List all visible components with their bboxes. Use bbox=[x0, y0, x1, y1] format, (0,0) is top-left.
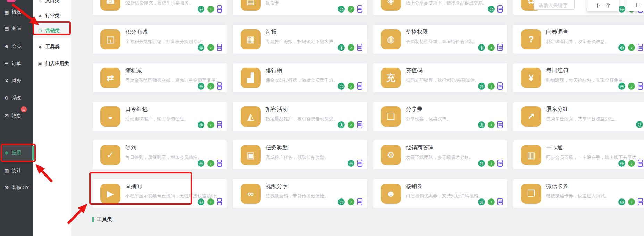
sidebar-item-overview[interactable]: ▦ 概况 bbox=[0, 5, 33, 20]
app-card[interactable]: ▦ 海报 专属推广海报，扫码锁定下级客户。 ◎♪WAP bbox=[233, 24, 367, 54]
platform-badges: ◎♪WAP bbox=[478, 121, 503, 128]
platform-badges: ◎♪WAP bbox=[478, 82, 503, 90]
submenu-item-0[interactable]: ⌂ 入口类 bbox=[33, 0, 71, 8]
short-video-badge: ♪ bbox=[348, 198, 354, 205]
platform-badges: ◎♪WAP bbox=[338, 44, 362, 51]
miniprogram-badge: ◎ bbox=[198, 198, 204, 205]
app-title: 直播间 bbox=[125, 183, 142, 190]
miniprogram-badge: ◎ bbox=[478, 198, 485, 205]
short-video-badge: ♪ bbox=[488, 160, 495, 167]
sidebar-item-apps-cubes[interactable]: ❖ 应用 bbox=[0, 145, 33, 161]
submenu-item-3[interactable]: ⬥ 工具类 bbox=[33, 40, 71, 54]
app-title: 每日红包 bbox=[546, 67, 568, 74]
wap-badge: WAP bbox=[638, 160, 643, 167]
app-card[interactable]: ◍ 价格权限 会员制特价商城，查看特价有限制。 ◎♪WAP bbox=[373, 24, 508, 54]
wap-badge: WAP bbox=[497, 44, 503, 51]
member-card-icon: ▥ bbox=[521, 145, 541, 165]
dealer-manage-icon: ⚙ bbox=[381, 145, 401, 165]
app-card[interactable]: ◈ 线上分享高使用率，链接商品促成交易。 ◎WAP bbox=[373, 0, 508, 15]
overview-icon: ▦ bbox=[4, 9, 9, 15]
miniprogram-badge: ◎ bbox=[618, 198, 625, 205]
submenu-item-label: 营销类 bbox=[45, 27, 60, 34]
platform-badges: ◎WAP bbox=[488, 5, 503, 13]
miniprogram-badge: ◎ bbox=[618, 160, 625, 167]
submenu-item-4[interactable]: ▣ 门店应用类 bbox=[33, 57, 71, 71]
find-next-button[interactable]: 下一个 bbox=[587, 0, 619, 11]
submenu-item-1[interactable]: ♣ 行业类 bbox=[33, 9, 71, 23]
miniprogram-badge: ◎ bbox=[488, 6, 495, 13]
wap-badge: WAP bbox=[638, 82, 643, 90]
password-redpacket-icon: ◒ bbox=[100, 106, 120, 127]
app-card[interactable]: ▤ 提货卡 ◎♪WAP bbox=[233, 0, 367, 15]
submenu-item-label: 门店应用类 bbox=[45, 60, 69, 67]
short-video-badge: ♪ bbox=[207, 44, 214, 51]
app-title: 积分商城 bbox=[125, 29, 148, 36]
sidebar-item-label: 财务 bbox=[12, 78, 21, 84]
app-title: 核销券 bbox=[406, 183, 423, 190]
short-video-badge: ♪ bbox=[628, 160, 635, 167]
app-card[interactable]: ∞ 视频分享 短视频营销，带货传播更便捷。 ◎♪WAP bbox=[233, 179, 367, 208]
app-card[interactable]: ▶ 直播间 小程序显示视频号直播间，无缝对接快速跳转。 ◎♪WAP bbox=[92, 179, 227, 208]
sidebar-item-label: 应用 bbox=[12, 150, 21, 156]
app-card[interactable]: ⚙ 经销商管理 发展下线团队，多等级极差分红。 ◎♪WAP bbox=[373, 140, 508, 170]
sidebar-item-message-bubble[interactable]: ✉ 消息 1 bbox=[0, 108, 33, 123]
pickup-card-icon: ▤ bbox=[241, 0, 261, 11]
app-description: 指定爆品推广，吸引会员自动裂变。 bbox=[266, 116, 338, 122]
short-video-badge: ♪ bbox=[207, 121, 214, 128]
miniprogram-badge: ◎ bbox=[338, 6, 345, 13]
app-card[interactable]: ✓ 签到 每日签到，反复到店，增加会员粘性。 ◎♪WAP bbox=[92, 140, 227, 170]
app-title: 拓客活动 bbox=[266, 106, 288, 113]
main-sidebar: ▦ 概况 ▤ 商品 ☻ 会员 ☰ 订单 ¥ 财务 ⚙ 系统 ✉ 消息 1 ❖ 应… bbox=[0, 0, 33, 236]
wap-badge: WAP bbox=[357, 198, 362, 205]
app-description: 线上分享高使用率，链接商品促成交易。 bbox=[406, 0, 487, 6]
app-card[interactable]: ❏ 分享券 分享锁客，优惠买单。 ◎♪WAP bbox=[373, 101, 508, 131]
app-card[interactable]: 充 充值码 扫码立即锁客，获得积分/余额充值。 ◎♪WAP bbox=[373, 63, 508, 92]
short-video-badge: ♪ bbox=[488, 198, 495, 205]
system-gear-icon: ⚙ bbox=[4, 95, 9, 101]
app-title: 签到 bbox=[125, 144, 136, 152]
wap-badge: WAP bbox=[217, 160, 222, 167]
app-description: 购物返现，每天抢红包，实现全额免单。 bbox=[546, 77, 627, 83]
find-prev-button[interactable]: 上一个 bbox=[626, 0, 644, 11]
submenu-item-2[interactable]: ⊡ 营销类 bbox=[33, 24, 71, 38]
app-card[interactable]: ¥ 每日红包 购物返现，每天抢红包，实现全额免单。 ◎♪WAP bbox=[513, 63, 644, 92]
app-card[interactable]: ❐ 微信卡券 链接微信卡券，快速进入商城。 ◎♪WAP bbox=[513, 179, 644, 208]
app-card[interactable]: ⇄ 随机减 固定金额范围随机立减，避免订单金额重复单... ◎♪WAP bbox=[92, 63, 227, 92]
app-card[interactable]: ? 问卷调查 制定调查问券，收集会员信息。 ◎♪WAP bbox=[513, 24, 644, 54]
apps-cubes-icon: ❖ bbox=[4, 150, 9, 156]
app-card[interactable]: ◭ 拓客活动 指定爆品推广，吸引会员自动裂变。 ◎♪WAP bbox=[233, 101, 367, 131]
platform-badges: ◎♪WAP bbox=[618, 160, 643, 167]
app-title: 经销商管理 bbox=[406, 144, 434, 152]
sidebar-item-system-gear[interactable]: ⚙ 系统 bbox=[0, 90, 33, 106]
miniprogram-badge: ◎ bbox=[478, 121, 485, 128]
app-title: 股东分红 bbox=[546, 106, 568, 113]
platform-badges: ◎WAP bbox=[348, 160, 362, 167]
miniprogram-badge: ◎ bbox=[198, 6, 204, 13]
short-video-badge: ♪ bbox=[628, 44, 635, 51]
sidebar-item-finance-yen[interactable]: ¥ 财务 bbox=[0, 73, 33, 88]
app-card[interactable]: ▥ 一卡通 同步会员等级，一卡通在手，线上线下共享优... ◎♪WAP bbox=[513, 140, 644, 170]
platform-badges: ◎♪WAP bbox=[198, 5, 222, 13]
app-card[interactable]: ☎ 92折话费慢充，提供生活类服务。 ◎♪WAP bbox=[92, 0, 227, 15]
miniprogram-badge: ◎ bbox=[198, 121, 204, 128]
app-card[interactable]: ◒ 口令红包 活动趣味推广，输口令领红包。 ◎♪WAP bbox=[92, 101, 227, 131]
sidebar-item-stats-chart[interactable]: ▥ 统计 bbox=[0, 163, 33, 178]
sidebar-item-decorate-hammer[interactable]: ⚒ 装修DIY bbox=[0, 180, 33, 195]
share-coupon-icon: ❏ bbox=[381, 106, 401, 127]
app-card[interactable]: ✿ 赠送 ◎♪WAP bbox=[513, 0, 644, 15]
platform-badges: ◎♪WAP bbox=[618, 82, 643, 90]
app-card[interactable]: ▣ 任务奖励 完成推广任务，领取任务奖励。 ◎WAP bbox=[233, 140, 367, 170]
app-card[interactable]: ◱ 积分商城 全额积分抵扣营销，打造积分换购专区。 ◎♪WAP bbox=[92, 24, 227, 54]
wap-badge: WAP bbox=[357, 44, 362, 51]
store-truck-icon: ▣ bbox=[37, 61, 43, 66]
app-card[interactable]: ▟ 排行榜 佣金收益排行榜，激发会员竞争力。 ◎♪WAP bbox=[233, 63, 367, 92]
sidebar-item-members[interactable]: ☻ 会员 bbox=[0, 39, 33, 54]
sidebar-item-orders-cart[interactable]: ☰ 订单 bbox=[0, 56, 33, 71]
miniprogram-badge: ◎ bbox=[338, 83, 345, 90]
sidebar-item-label: 商品 bbox=[12, 25, 21, 31]
app-card[interactable]: ↗ 股东分红 成为平台股东，共享平台收益分红。 ◎ bbox=[513, 101, 644, 131]
admin-app-marketplace-screen: ▦ 概况 ▤ 商品 ☻ 会员 ☰ 订单 ¥ 财务 ⚙ 系统 ✉ 消息 1 ❖ 应… bbox=[0, 0, 644, 236]
app-card[interactable]: ☻ 核销券 门店核销优惠券，支持到店扫码核销。 ◎♪WAP bbox=[373, 179, 508, 208]
sidebar-item-goods[interactable]: ▤ 商品 bbox=[0, 21, 33, 36]
find-keyword-input[interactable] bbox=[534, 0, 575, 10]
